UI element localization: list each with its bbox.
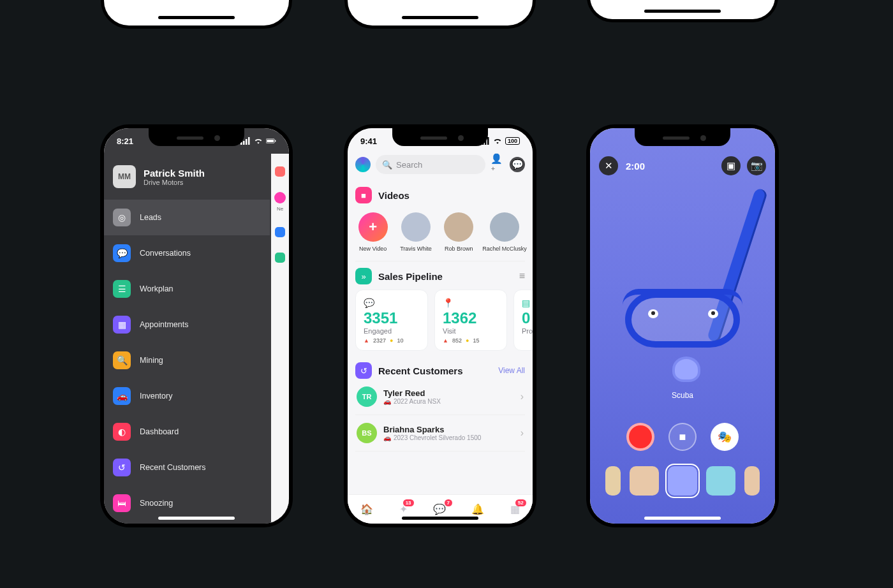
video-person[interactable]: Rachel McClusky: [485, 212, 524, 252]
filter-thumb[interactable]: [706, 466, 735, 496]
svg-rect-10: [487, 137, 489, 145]
customer-sub: 🚗2023 Chevrolet Silverado 1500: [383, 434, 481, 441]
camera-controls: ■ 🎭: [590, 423, 775, 451]
peek-label: Ne: [277, 206, 283, 212]
filter-thumb-selected[interactable]: [668, 466, 697, 496]
car-icon: 🚗: [383, 434, 391, 441]
customer-sub: 🚗2022 Acura NSX: [383, 398, 441, 405]
filter-thumb[interactable]: [630, 466, 659, 496]
pipeline-card-engaged[interactable]: 💬 3351 Engaged ▲2327 ●10: [355, 290, 428, 351]
close-button[interactable]: ✕: [599, 156, 618, 175]
badge: 13: [403, 499, 414, 506]
switch-camera-button[interactable]: 📷: [747, 156, 766, 175]
sidebar-item-workplan[interactable]: ☰ Workplan: [104, 271, 270, 307]
sidebar-item-video-library[interactable]: ▶ Video Library: [104, 521, 270, 527]
gallery-button[interactable]: ▣: [721, 156, 741, 175]
pipeline-card-visit[interactable]: 📍 1362 Visit ▲852 ●15: [434, 290, 507, 351]
sidebar-item-label: Conversations: [140, 249, 191, 258]
sidebar-item-label: Workplan: [140, 284, 173, 293]
svg-rect-2: [246, 139, 247, 145]
search-input[interactable]: 🔍 Search: [376, 155, 485, 174]
wifi-icon: [492, 136, 503, 146]
notch: [149, 128, 244, 146]
badge: 52: [515, 499, 526, 506]
notch: [635, 128, 730, 146]
pipeline-value: 1362: [443, 309, 499, 327]
status-time: 9:41: [360, 136, 377, 146]
record-timer: 2:00: [626, 161, 645, 172]
battery-icon: [266, 136, 276, 146]
avatar: [401, 212, 431, 242]
video-person[interactable]: Rob Brown: [443, 212, 475, 252]
sidebar-item-label: Snoozing: [140, 499, 173, 508]
pipeline-value: 0: [522, 309, 533, 327]
tab-comments[interactable]: 💬7: [433, 503, 446, 515]
customer-row[interactable]: TR Tyler Reed 🚗2022 Acura NSX ›: [355, 379, 525, 415]
forward-icon: »: [355, 268, 372, 284]
target-icon: ◎: [113, 209, 131, 226]
sidebar-item-label: Leads: [140, 213, 161, 222]
list-icon: ☰: [113, 280, 131, 298]
search-placeholder: Search: [396, 160, 422, 170]
background-peek: Ne: [271, 154, 289, 524]
sidebar-item-leads[interactable]: ◎ Leads: [104, 200, 270, 235]
tab-notifications[interactable]: 🔔: [471, 503, 484, 515]
wifi-icon: [253, 136, 263, 146]
view-all-link[interactable]: View All: [498, 366, 525, 375]
peek-item: [275, 253, 285, 263]
chevron-right-icon: ›: [520, 391, 524, 402]
tab-sparkle[interactable]: ✦13: [399, 503, 408, 515]
sidebar-item-mining[interactable]: 🔍 Mining: [104, 342, 270, 378]
warn-icon: ●: [466, 337, 469, 344]
filters-button[interactable]: 🎭: [711, 423, 739, 451]
home-indicator: [158, 16, 235, 19]
partial-phone-2: [344, 0, 536, 29]
sidebar-item-label: Dashboard: [140, 427, 179, 436]
car-icon: 🚗: [383, 398, 391, 405]
add-user-button[interactable]: 👤⁺: [491, 158, 505, 172]
profile-header[interactable]: MM Patrick Smith Drive Motors: [104, 154, 270, 200]
pipeline-card-partial[interactable]: ▤ 0 Pro: [513, 290, 533, 351]
sidebar-item-appointments[interactable]: ▦ Appointments: [104, 307, 270, 342]
pipeline-label: Visit: [443, 327, 499, 335]
stop-button[interactable]: ■: [668, 423, 697, 451]
sidebar-item-conversations[interactable]: 💬 Conversations: [104, 235, 270, 271]
svg-rect-6: [275, 140, 276, 142]
section-title: Recent Customers: [378, 365, 463, 376]
sidebar-item-dashboard[interactable]: ◐ Dashboard: [104, 414, 270, 450]
home-indicator: [644, 10, 721, 13]
sidebar-item-label: Recent Customers: [140, 463, 206, 472]
sidebar-item-snoozing[interactable]: 🛏 Snoozing: [104, 485, 270, 521]
sidebar-item-recent-customers[interactable]: ↺ Recent Customers: [104, 450, 270, 485]
svg-rect-1: [243, 141, 245, 145]
filter-icon[interactable]: ≡: [519, 270, 525, 282]
main-content: ■ Videos + New Video Travis White Rob Br…: [348, 180, 533, 494]
messages-button[interactable]: 💬: [510, 157, 525, 172]
history-icon: ↺: [355, 362, 372, 379]
customer-row[interactable]: BS Briahna Sparks 🚗2023 Chevrolet Silver…: [355, 415, 525, 452]
chat-icon: 💬: [364, 298, 420, 308]
camera-top-overlay: ✕ 2:00 ▣ 📷: [599, 156, 766, 175]
pipeline-cards[interactable]: 💬 3351 Engaged ▲2327 ●10 📍 1362 Visit ▲8…: [355, 290, 525, 351]
status-time: 8:21: [117, 136, 133, 146]
filter-thumbnails[interactable]: [590, 466, 775, 496]
home-indicator: [644, 517, 721, 520]
home-indicator: [158, 517, 235, 520]
profile-org: Drive Motors: [144, 179, 205, 186]
tab-home[interactable]: 🏠: [360, 503, 373, 515]
video-item-label: Rachel McClusky: [482, 246, 527, 252]
home-indicator: [402, 517, 478, 520]
tab-grid[interactable]: ▦52: [510, 503, 520, 515]
videos-row: + New Video Travis White Rob Brown Rache…: [355, 209, 525, 261]
new-video-button[interactable]: + New Video: [357, 212, 389, 252]
plus-icon: +: [358, 212, 388, 242]
sidebar-item-label: Mining: [140, 356, 163, 365]
peek-item: Ne: [274, 192, 286, 212]
video-person[interactable]: Travis White: [399, 212, 432, 252]
filter-thumb[interactable]: [744, 466, 760, 496]
sidebar-item-inventory[interactable]: 🚗 Inventory: [104, 378, 270, 414]
app-logo-icon[interactable]: [355, 157, 371, 172]
record-button[interactable]: [626, 423, 654, 451]
svg-rect-3: [248, 137, 250, 145]
filter-thumb[interactable]: [605, 466, 621, 496]
